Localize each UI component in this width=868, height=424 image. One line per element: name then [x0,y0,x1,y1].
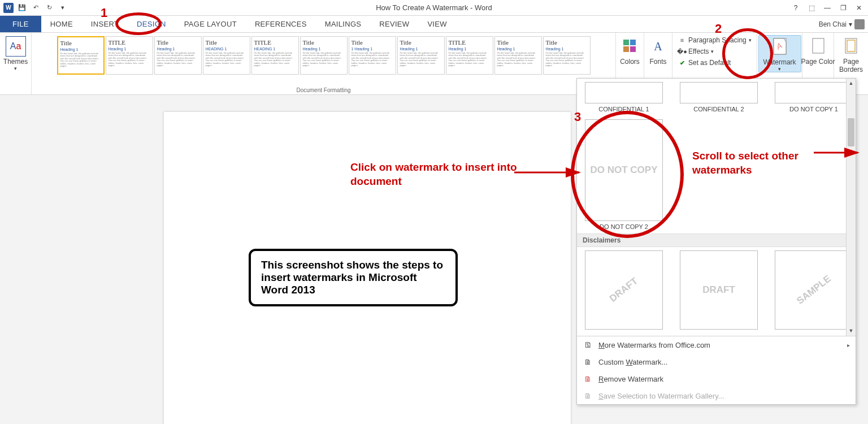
remove-icon: 🗎 [583,374,593,384]
restore-icon[interactable]: ❐ [836,2,850,14]
style-thumbnail[interactable]: TitleHEADING 1On the Insert tab, the gal… [203,36,250,75]
page-borders-button[interactable]: Page Borders [833,35,868,73]
save-icon[interactable]: 💾 [17,3,27,13]
watermark-thumb-text: SAMPLE [795,273,833,306]
save-selection-item: 🗎 Save Selection to Watermark Gallery... [577,387,856,404]
tab-review[interactable]: REVIEW [370,16,418,32]
watermark-item-confidential-2[interactable]: CONFIDENTIAL 2 [680,82,758,113]
paragraph-spacing-label: Paragraph Spacing [688,36,747,44]
tab-references[interactable]: REFERENCES [246,16,316,32]
watermark-item-draft-2[interactable]: DRAFT [680,250,758,330]
watermark-thumb: SAMPLE [775,250,853,330]
themes-icon: Aa [6,36,26,57]
watermark-thumb [775,82,853,103]
quick-access-toolbar: W 💾 ↶ ↻ ▾ [0,3,68,13]
tab-insert[interactable]: INSERT [82,16,128,32]
user-account[interactable]: Ben Chai ▾ [819,16,865,32]
qat-dropdown-icon[interactable]: ▾ [58,3,68,13]
watermark-caption: CONFIDENTIAL 1 [585,106,663,113]
save-gallery-icon: 🗎 [583,391,593,401]
undo-icon[interactable]: ↶ [31,3,41,13]
watermark-thumb-text: DRAFT [607,275,640,304]
watermark-caption: DO NOT COPY 1 [775,106,853,113]
menu-label: Custom Watermark... [598,358,667,366]
custom-watermark-item[interactable]: 🗎 Custom Watermark... [577,353,856,370]
watermark-icon: A [771,38,789,56]
user-name: Ben Chai [819,20,847,28]
paragraph-spacing-icon: ≡ [678,36,686,44]
scrollbar-thumb[interactable] [848,118,854,146]
watermark-scrollbar[interactable]: ▲ ▼ [846,79,856,336]
page-color-button[interactable]: Page Color [800,35,836,66]
style-thumbnail[interactable]: TitleHeading 1On the Insert tab, the gal… [543,36,591,75]
themes-button[interactable]: Aa Themes ▾ [3,35,29,71]
fonts-label: Fonts [640,58,676,66]
redo-icon[interactable]: ↻ [44,3,54,13]
titlebar: W 💾 ↶ ↻ ▾ How To Create A Watermark - Wo… [0,0,868,16]
watermark-item-sample[interactable]: SAMPLE [775,250,853,330]
remove-watermark-item[interactable]: 🗎 Remove Watermark [577,370,856,387]
help-icon[interactable]: ? [789,2,802,14]
page-color-icon [809,37,827,55]
menu-label: More Watermarks from Office.com [598,341,710,349]
tab-view[interactable]: VIEW [418,16,455,32]
minimize-icon[interactable]: — [821,2,834,14]
watermark-item-confidential-1[interactable]: CONFIDENTIAL 1 [585,82,663,113]
watermark-item-draft-1[interactable]: DRAFT [585,250,663,330]
style-thumbnail[interactable]: TitleHeading 1On the Insert tab, the gal… [300,36,348,75]
watermark-row: CONFIDENTIAL 1 CONFIDENTIAL 2 DO NOT COP… [577,79,856,116]
page-icon: 🗎 [583,357,593,367]
paragraph-spacing-button[interactable]: ≡ Paragraph Spacing ▾ [676,35,754,45]
effects-label: Effects [688,47,709,55]
tab-mailings[interactable]: MAILINGS [316,16,371,32]
tab-design[interactable]: DESIGN [128,16,175,32]
themes-label: Themes [3,58,29,66]
watermark-button[interactable]: A Watermark ▾ [758,35,801,72]
watermark-menu: 🖻 More Watermarks from Office.com ▸ 🗎 Cu… [577,336,856,404]
svg-rect-1 [630,40,636,45]
effects-icon: �● [678,47,686,55]
style-thumbnail[interactable]: TitleHeading 1On the Insert tab, the gal… [154,36,202,75]
effects-button[interactable]: �● Effects ▾ [676,46,716,57]
chevron-down-icon: ▾ [3,66,29,71]
watermark-thumb-text: DRAFT [702,284,735,296]
set-as-default-button[interactable]: ✔ Set as Default [676,58,733,68]
tab-page-layout[interactable]: PAGE LAYOUT [175,16,246,32]
close-icon[interactable]: ✕ [852,2,866,14]
fonts-icon: A [649,37,667,55]
watermark-scroll-area: CONFIDENTIAL 1 CONFIDENTIAL 2 DO NOT COP… [577,79,856,336]
menu-label: Save Selection to Watermark Gallery... [598,392,724,400]
style-thumbnail[interactable]: TitleHeading 1On the Insert tab, the gal… [57,36,105,75]
svg-rect-6 [813,38,824,53]
style-thumbnail[interactable]: Title1 Heading 1On the Insert tab, the g… [349,36,396,75]
style-thumbnail[interactable]: TITLEHEADING 1On the Insert tab, the gal… [251,36,299,75]
style-thumbnail[interactable]: TITLEHeading 1On the Insert tab, the gal… [106,36,153,75]
style-thumbnail[interactable]: TITLEHeading 1On the Insert tab, the gal… [446,36,493,75]
style-thumbnail[interactable]: TitleHeading 1On the Insert tab, the gal… [494,36,542,75]
more-watermarks-item[interactable]: 🖻 More Watermarks from Office.com ▸ [577,336,856,353]
watermark-item-do-not-copy-2[interactable]: DO NOT COPY DO NOT COPY 2 [585,119,663,230]
set-default-label: Set as Default [688,59,731,67]
scroll-down-icon[interactable]: ▼ [847,326,856,336]
watermark-caption: DO NOT COPY 2 [585,223,663,230]
style-gallery[interactable]: TitleHeading 1On the Insert tab, the gal… [56,35,592,76]
watermark-thumb: DRAFT [585,250,663,330]
scroll-up-icon[interactable]: ▲ [847,79,856,88]
watermark-row: DO NOT COPY DO NOT COPY 2 [577,116,856,233]
annotation-callout: This screenshot shows the steps to inser… [249,249,458,306]
titlebar-right: ? ⬚ — ❐ ✕ [789,2,866,14]
window-title: How To Create A Watermark - Word [376,3,492,12]
ribbon-display-icon[interactable]: ⬚ [805,2,818,14]
office-icon: 🖻 [583,340,593,350]
style-thumbnail[interactable]: TitleHeading 1On the Insert tab, the gal… [397,36,445,75]
chevron-down-icon: ▾ [711,49,714,54]
watermark-item-do-not-copy-1[interactable]: DO NOT COPY 1 [775,82,853,113]
watermark-thumb-text: DO NOT COPY [590,165,657,176]
tab-file[interactable]: FILE [0,16,41,32]
tab-home[interactable]: HOME [41,16,82,32]
svg-rect-0 [623,40,629,45]
colors-icon [621,37,639,55]
fonts-button[interactable]: A Fonts [640,35,676,66]
user-dropdown-icon: ▾ [849,20,852,28]
watermark-gallery-panel: CONFIDENTIAL 1 CONFIDENTIAL 2 DO NOT COP… [576,78,856,405]
